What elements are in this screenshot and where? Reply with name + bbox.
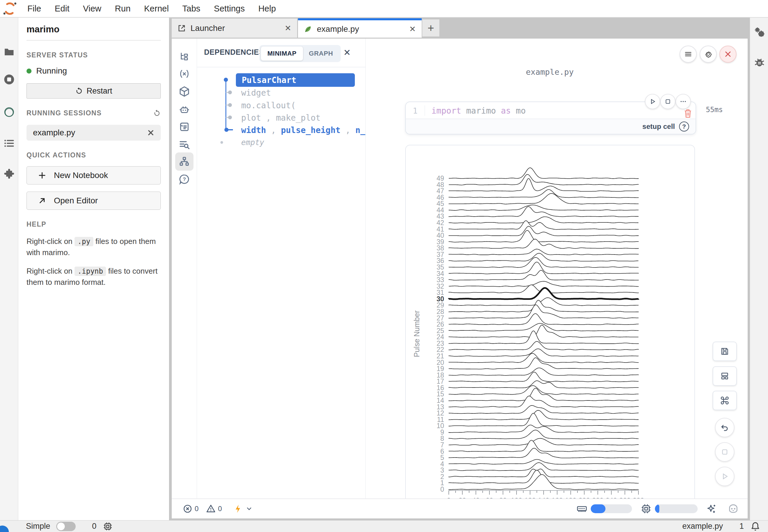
search-logs-icon[interactable] [179,139,190,150]
stop-cell-button[interactable] [660,94,676,109]
menu-kernel[interactable]: Kernel [137,4,175,14]
chevron-down-icon[interactable] [246,505,253,512]
plus-icon: + [428,22,434,34]
pulsar-ridgeline-chart: Pulse Number4948474645444342414039383736… [406,145,694,498]
layout-button[interactable] [713,366,737,386]
notebook-canvas: example.py 1 import marimo as mo setup c… [365,39,748,498]
connection-lightning-icon[interactable] [234,504,243,514]
tree-node-empty[interactable]: empty [241,138,264,147]
new-tab-button[interactable]: + [422,19,439,36]
restart-icon [75,87,83,95]
server-status-value: Running [36,66,67,76]
menu-file[interactable]: File [21,4,48,14]
new-notebook-button[interactable]: New Notebook [26,166,161,184]
cell-exec-time: 55ms [706,106,723,114]
tree-node-callout[interactable]: mo.callout( [241,101,296,110]
run-cell-button[interactable] [645,94,660,109]
sidebar-title: marimo [26,18,161,41]
notebook-menu-button[interactable] [680,46,697,63]
menu-edit[interactable]: Edit [48,4,76,14]
tree-node-variables[interactable]: width , pulse_height , n_poi [241,125,380,135]
minimap-graph-toggle: MINIMAP GRAPH [260,45,341,62]
running-sessions-heading: RUNNING SESSIONS [26,109,102,117]
simple-mode-label: Simple [26,522,50,531]
tree-node-pulsarchart[interactable]: PulsarChart [236,73,355,87]
dependencies-close-icon[interactable]: ✕ [343,47,351,58]
copilot-icon[interactable] [728,503,739,514]
menu-settings[interactable]: Settings [207,4,252,14]
ai-robot-icon[interactable] [179,104,190,115]
file-browser-folder-icon[interactable] [4,46,14,57]
status-bar: Simple 0 example.py 1 [0,520,768,532]
new-notebook-label: New Notebook [54,171,108,180]
bell-icon[interactable] [750,521,760,531]
property-inspector-gears-icon[interactable] [753,26,766,38]
notebook-shutdown-button[interactable] [719,46,737,63]
session-item[interactable]: example.py [26,125,161,141]
gutter-divider [425,105,425,116]
stop-icon [721,448,729,456]
cell-more-button[interactable] [676,94,691,109]
tab-launcher-label: Launcher [190,24,225,33]
cell-source-code[interactable]: import marimo as mo [431,106,526,116]
marimo-logo-icon [3,2,16,15]
ai-sparkle-icon[interactable] [707,503,717,514]
simple-mode-toggle[interactable] [56,522,76,531]
dependencies-active-highlight [175,152,194,171]
running-kernels-icon[interactable] [3,74,15,85]
delete-cell-trash-icon[interactable] [683,108,693,119]
close-session-icon[interactable] [147,129,154,136]
open-editor-button[interactable]: Open Editor [26,192,161,210]
dependency-graph-icon[interactable] [179,156,190,167]
ram-usage-fill [591,504,606,513]
toggle-minimap[interactable]: MINIMAP [261,46,303,61]
file-tree-icon[interactable] [179,51,189,62]
svg-text:?: ? [182,176,186,182]
menu-run[interactable]: Run [108,4,137,14]
help-heading: HELP [26,220,161,228]
variables-icon[interactable] [179,68,190,79]
layout-grid-icon [720,372,729,380]
tree-node-widget[interactable]: widget [241,88,271,98]
menu-help[interactable]: Help [252,4,283,14]
tab-launcher[interactable]: Launcher ✕ [171,18,297,38]
help-paragraph-py: Right-click on .py files to open them wi… [26,236,161,258]
setup-help-icon[interactable]: ? [679,122,689,132]
restart-button[interactable]: Restart [26,83,161,99]
notebook-settings-button[interactable] [700,46,717,63]
kernel-chip-icon[interactable] [103,522,112,531]
help-chat-icon[interactable]: ? [179,174,190,185]
command-palette-button[interactable] [713,391,737,410]
save-button[interactable] [713,342,737,361]
table-of-contents-icon[interactable] [4,138,15,149]
svg-text:Pulse Number: Pulse Number [413,310,421,357]
arrow-up-right-icon [38,197,46,205]
menu-view[interactable]: View [76,4,108,14]
tab-launcher-close-icon[interactable]: ✕ [285,24,291,33]
warnings-icon[interactable] [206,504,216,513]
play-icon [721,472,729,481]
extension-manager-puzzle-icon[interactable] [3,168,15,180]
undo-button[interactable] [715,418,734,437]
tree-node-plot[interactable]: plot , make_plot [241,113,321,123]
gear-icon [704,50,713,59]
menu-bar: File Edit View Run Kernel Tabs Settings … [0,0,768,18]
left-activity-bar [0,18,18,520]
marimo-sidebar-icon[interactable] [3,106,15,118]
toggle-graph[interactable]: GRAPH [303,46,339,61]
tab-example-py[interactable]: example.py ✕ [298,18,422,38]
scroll-log-icon[interactable] [179,121,190,132]
errors-icon[interactable] [183,504,192,513]
close-icon [724,50,732,58]
debugger-bug-icon[interactable] [754,56,765,68]
interrupt-button[interactable] [715,442,734,462]
dependencies-header: DEPENDENCIES MINIMAP GRAPH ✕ [197,39,365,67]
run-all-button[interactable] [715,467,734,486]
package-cube-icon[interactable] [179,86,190,97]
tab-example-close-icon[interactable]: ✕ [409,24,416,34]
session-file-label: example.py [33,128,75,137]
refresh-sessions-icon[interactable] [153,109,161,117]
menu-tabs[interactable]: Tabs [175,4,207,14]
statusbar-current-file[interactable]: example.py [682,522,723,531]
cpu-usage-fill [655,504,659,513]
